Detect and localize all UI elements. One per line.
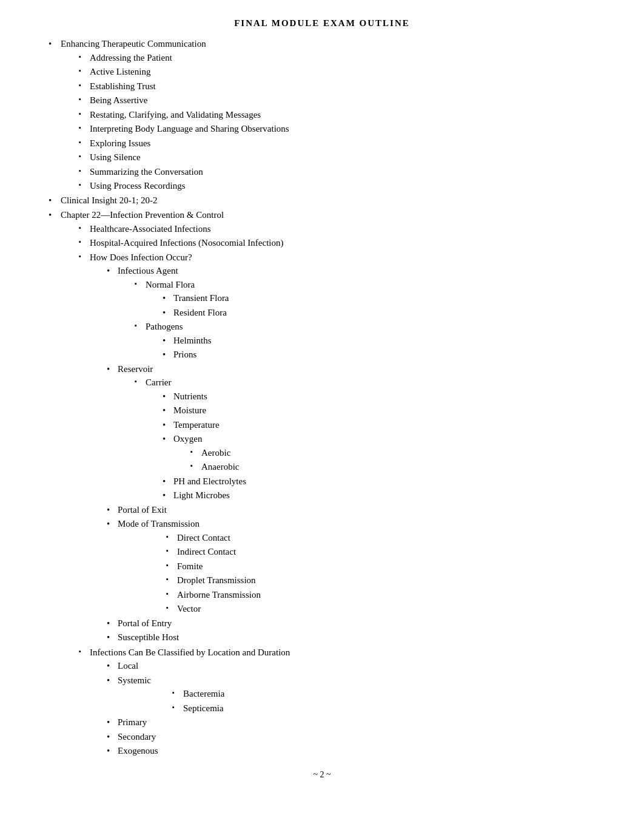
item-text: Infectious Agent [118, 266, 178, 276]
item-text: Reservoir [118, 364, 153, 374]
item-text: Hospital-Acquired Infections (Nosocomial… [90, 238, 283, 248]
l2-list: Healthcare-Associated Infections Hospita… [61, 222, 608, 644]
list-item: Vector [166, 602, 608, 616]
list-item: Carrier Nutrients Moisture Temperature O… [135, 376, 608, 502]
l6-list: Aerobic Anaerobic [173, 446, 608, 474]
list-item: Fomite [166, 559, 608, 573]
list-item: Susceptible Host [107, 630, 608, 644]
list-item: Indirect Contact [166, 545, 608, 559]
list-item: Transient Flora [163, 291, 608, 305]
item-text: Enhancing Therapeutic Communication [61, 39, 206, 49]
l5-list: Transient Flora Resident Flora [146, 291, 608, 319]
item-text: Portal of Entry [118, 618, 172, 628]
item-text: Prions [173, 350, 196, 359]
item-text: Active Listening [90, 67, 150, 76]
list-item: Exogenous [107, 744, 608, 758]
list-item: Mode of Transmission Direct Contact Indi… [107, 517, 608, 616]
list-item: PH and Electrolytes [163, 475, 608, 488]
item-text: Summarizing the Conversation [90, 167, 203, 177]
l3-list: Infectious Agent Normal Flora Transient … [90, 264, 608, 644]
list-item: How Does Infection Occur? Infectious Age… [79, 251, 608, 644]
list-item: Moisture [163, 404, 608, 418]
item-text: Exploring Issues [90, 138, 150, 148]
list-item: Being Assertive [79, 93, 608, 107]
item-text: Using Process Recordings [90, 181, 186, 191]
l3-list: Local Systemic Bacteremia Septicemia Pri… [90, 659, 608, 758]
list-item: Infectious Agent Normal Flora Transient … [107, 264, 608, 362]
list-item: Summarizing the Conversation [79, 165, 608, 179]
l2-list: Addressing the Patient Active Listening … [61, 51, 608, 193]
list-item: Nutrients [163, 390, 608, 404]
item-text: Portal of Exit [118, 505, 167, 515]
item-text: Susceptible Host [118, 632, 179, 642]
list-item: Restating, Clarifying, and Validating Me… [79, 108, 608, 122]
item-text: Nutrients [173, 391, 207, 401]
item-text: Local [118, 661, 138, 671]
item-text: How Does Infection Occur? [90, 252, 192, 262]
item-text: Using Silence [90, 152, 141, 162]
list-item: Systemic Bacteremia Septicemia [107, 674, 608, 715]
item-text: Primary [118, 717, 147, 727]
list-item: Droplet Transmission [166, 573, 608, 587]
item-text: Vector [177, 604, 201, 614]
list-item: Healthcare-Associated Infections [79, 222, 608, 236]
list-item: Addressing the Patient [79, 51, 608, 65]
item-text: Chapter 22—Infection Prevention & Contro… [61, 210, 224, 220]
page-footer: ~ 2 ~ [36, 770, 608, 780]
item-text: Aerobic [201, 448, 230, 458]
item-text: Systemic [118, 675, 151, 685]
l4-list: Carrier Nutrients Moisture Temperature O… [118, 376, 608, 502]
list-item: Portal of Exit [107, 503, 608, 517]
list-item: Active Listening [79, 65, 608, 79]
item-text: Infections Can Be Classified by Location… [90, 647, 290, 657]
list-item: Temperature [163, 418, 608, 432]
item-text: Oxygen [173, 434, 203, 444]
list-item: Establishing Trust [79, 79, 608, 93]
item-text: Fomite [177, 561, 203, 571]
item-text: Clinical Insight 20-1; 20-2 [61, 195, 158, 205]
list-item: Clinical Insight 20-1; 20-2 [49, 194, 608, 208]
transmission-list: Direct Contact Indirect Contact Fomite D… [118, 531, 608, 616]
item-text: Light Microbes [173, 490, 230, 500]
list-item: Septicemia [172, 701, 608, 715]
list-item: Exploring Issues [79, 137, 608, 150]
list-item: Reservoir Carrier Nutrients Moisture Tem… [107, 362, 608, 502]
item-text: Being Assertive [90, 95, 147, 105]
l4-list: Normal Flora Transient Flora Resident Fl… [118, 278, 608, 362]
list-item: Hospital-Acquired Infections (Nosocomial… [79, 236, 608, 250]
item-text: Carrier [146, 377, 171, 387]
item-text: Mode of Transmission [118, 519, 200, 529]
list-item: Oxygen Aerobic Anaerobic [163, 432, 608, 474]
item-text: Healthcare-Associated Infections [90, 224, 211, 234]
top-level-list: Enhancing Therapeutic Communication Addr… [36, 37, 608, 207]
item-text: Bacteremia [183, 689, 224, 698]
list-item: Light Microbes [163, 488, 608, 502]
list-item: Using Silence [79, 150, 608, 164]
list-item: Anaerobic [190, 460, 608, 474]
item-text: Temperature [173, 420, 220, 430]
item-text: Interpreting Body Language and Sharing O… [90, 124, 289, 134]
list-item: Normal Flora Transient Flora Resident Fl… [135, 278, 608, 320]
list-item: Prions [163, 348, 608, 362]
item-text: Septicemia [183, 703, 224, 713]
item-text: Pathogens [146, 322, 183, 331]
l5-list: Helminths Prions [146, 334, 608, 362]
list-item: Chapter 22—Infection Prevention & Contro… [49, 208, 608, 758]
chapter22-list: Chapter 22—Infection Prevention & Contro… [36, 208, 608, 758]
list-item: Aerobic [190, 446, 608, 460]
list-item: Interpreting Body Language and Sharing O… [79, 122, 608, 136]
item-text: Helminths [173, 336, 212, 345]
item-text: Exogenous [118, 746, 158, 756]
page-title: FINAL MODULE EXAM OUTLINE [36, 18, 608, 29]
list-item: Infections Can Be Classified by Location… [79, 646, 608, 758]
item-text: Secondary [118, 732, 156, 742]
item-text: Normal Flora [146, 280, 195, 289]
item-text: Moisture [173, 405, 206, 415]
list-item: Local [107, 659, 608, 673]
list-item: Helminths [163, 334, 608, 348]
list-item: Portal of Entry [107, 617, 608, 630]
list-item: Secondary [107, 730, 608, 744]
item-text: Airborne Transmission [177, 590, 261, 600]
item-text: PH and Electrolytes [173, 476, 246, 486]
item-text: Establishing Trust [90, 81, 156, 91]
